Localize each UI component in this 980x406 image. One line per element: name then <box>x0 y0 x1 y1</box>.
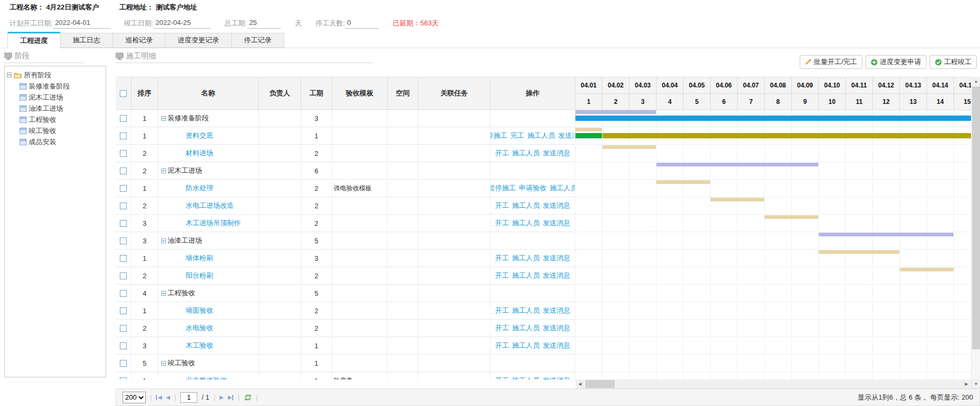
operation-link[interactable]: 发送消息 <box>543 271 571 280</box>
scroll-left-arrow-icon[interactable]: ◀ <box>575 379 584 389</box>
task-name-link[interactable]: 木工进场吊顶制作 <box>186 218 241 228</box>
row-checkbox[interactable] <box>120 115 127 122</box>
operation-link[interactable]: 发送消息 <box>543 148 571 158</box>
row-checkbox[interactable] <box>120 290 127 297</box>
task-name-link[interactable]: 防水处理 <box>186 183 213 193</box>
operation-link[interactable]: 施工人员 <box>512 271 540 280</box>
grid-icon <box>20 128 27 134</box>
total-duration-field[interactable]: 25 <box>247 17 281 29</box>
row-checkbox[interactable] <box>120 133 127 139</box>
last-page-button[interactable]: ▶ <box>228 394 234 400</box>
operation-link[interactable]: 开工 <box>495 323 509 333</box>
tree-root-all-stages[interactable]: 所有阶段 <box>7 69 103 81</box>
tree-item-1[interactable]: 装修准备阶段 <box>7 81 103 92</box>
row-checkbox[interactable] <box>120 150 127 157</box>
operation-link[interactable]: 开工 <box>495 148 509 158</box>
operation-link[interactable]: 施工人员 <box>512 376 540 379</box>
tab-4[interactable]: 进度变更记录 <box>165 33 232 48</box>
operation-link[interactable]: 施工人员 <box>512 148 540 158</box>
operation-link[interactable]: 发送消息 <box>543 253 571 263</box>
gantt-row <box>575 285 971 302</box>
vertical-scrollbar[interactable]: ▲ ▼ <box>971 77 980 389</box>
task-name-link[interactable]: 墙面验收 <box>186 306 213 315</box>
tree-item-4[interactable]: 工程验收 <box>7 114 103 125</box>
operation-link[interactable]: 暂停施工 <box>491 131 508 140</box>
tree-item-5[interactable]: 竣工验收 <box>7 125 103 136</box>
row-checkbox[interactable] <box>120 255 127 262</box>
operation-link[interactable]: 开工 <box>495 341 509 350</box>
task-name-link[interactable]: 材料进场 <box>186 148 213 158</box>
operation-link[interactable]: 发送消息 <box>543 201 571 210</box>
operation-link[interactable]: 开工 <box>495 218 509 228</box>
stop-days-field[interactable]: 0 <box>345 17 379 29</box>
row-checkbox[interactable] <box>120 220 127 227</box>
operation-link[interactable]: 完工 <box>511 131 524 140</box>
next-page-button[interactable]: ▶ <box>220 394 224 400</box>
scroll-right-arrow-icon[interactable]: ▶ <box>962 379 971 389</box>
refresh-icon[interactable] <box>244 394 252 401</box>
row-checkbox[interactable] <box>120 360 127 367</box>
tree-item-3[interactable]: 油漆工进场 <box>7 103 103 114</box>
batch-start-finish-button[interactable]: 批量开工/完工 <box>800 55 862 69</box>
tree-item-2[interactable]: 泥木工进场 <box>7 92 103 103</box>
scroll-down-arrow-icon[interactable]: ▼ <box>972 379 980 389</box>
prev-page-button[interactable]: ◀ <box>166 394 170 400</box>
task-name-link[interactable]: 水电工进场改造 <box>186 201 234 210</box>
row-checkbox[interactable] <box>120 342 127 349</box>
row-owner-cell <box>259 110 301 127</box>
operation-link[interactable]: 发送消息 <box>558 131 576 140</box>
horizontal-scrollbar-thumb[interactable] <box>585 380 615 388</box>
operation-link[interactable]: 发送消息 <box>543 376 571 379</box>
tab-3[interactable]: 巡检记录 <box>113 33 165 48</box>
row-name-cell: 墙体粉刷 <box>158 250 259 267</box>
operation-link[interactable]: 开工 <box>495 271 509 280</box>
row-checkbox[interactable] <box>120 202 127 209</box>
row-checkbox[interactable] <box>120 377 127 380</box>
operation-link[interactable]: 施工人员 <box>550 183 576 193</box>
operation-link[interactable]: 发送消息 <box>543 218 571 228</box>
page-number-input[interactable] <box>180 392 197 403</box>
task-name-link[interactable]: 木工验收 <box>186 341 213 350</box>
finish-date-field[interactable]: 2022-04-25 <box>153 17 211 29</box>
horizontal-scrollbar[interactable]: ◀ ▶ <box>575 379 971 389</box>
operation-link[interactable]: 施工人员 <box>528 131 555 140</box>
task-name-link[interactable]: 业主整体验收 <box>186 376 227 379</box>
progress-change-button[interactable]: 进度变更申请 <box>865 55 926 69</box>
tab-2[interactable]: 施工日志 <box>60 33 113 48</box>
scroll-up-arrow-icon[interactable]: ▲ <box>972 77 980 86</box>
row-checkbox[interactable] <box>120 167 127 174</box>
operation-link[interactable]: 开工 <box>495 253 509 263</box>
project-complete-button[interactable]: 工程竣工 <box>930 55 977 69</box>
operation-link[interactable]: 开工 <box>495 201 509 210</box>
operation-link[interactable]: 开工 <box>495 376 509 379</box>
first-page-button[interactable]: ◀ <box>156 394 162 400</box>
task-name-link[interactable]: 资料交底 <box>186 131 213 140</box>
row-checkbox[interactable] <box>120 325 127 332</box>
operation-link[interactable]: 施工人员 <box>512 253 540 263</box>
operation-link[interactable]: 施工人员 <box>512 306 540 315</box>
operation-link[interactable]: 发送消息 <box>543 306 571 315</box>
plan-start-field[interactable]: 2022-04-01 <box>53 17 110 29</box>
task-name-link[interactable]: 墙体粉刷 <box>186 253 213 263</box>
row-checkbox[interactable] <box>120 237 127 244</box>
row-checkbox[interactable] <box>120 272 127 279</box>
operation-link[interactable]: 申请验收 <box>519 183 547 193</box>
tab-1[interactable]: 工程进度 <box>7 32 60 48</box>
operation-link[interactable]: 开工 <box>495 306 509 315</box>
task-name-link[interactable]: 阳台粉刷 <box>186 271 213 280</box>
tree-item-6[interactable]: 成品安装 <box>7 136 103 147</box>
operation-link[interactable]: 暂停施工 <box>491 183 516 193</box>
operation-link[interactable]: 施工人员 <box>512 218 540 228</box>
task-name-link[interactable]: 水电验收 <box>186 323 213 333</box>
vertical-scrollbar-thumb[interactable] <box>972 86 980 349</box>
operation-link[interactable]: 施工人员 <box>512 341 540 350</box>
operation-link[interactable]: 施工人员 <box>512 201 540 210</box>
row-checkbox[interactable] <box>120 307 127 314</box>
tab-5[interactable]: 停工记录 <box>232 33 284 48</box>
operation-link[interactable]: 发送消息 <box>543 341 571 350</box>
page-size-select[interactable]: 200 <box>122 392 146 403</box>
operation-link[interactable]: 施工人员 <box>512 323 540 333</box>
select-all-checkbox[interactable] <box>120 90 127 97</box>
row-checkbox[interactable] <box>120 185 127 192</box>
operation-link[interactable]: 发送消息 <box>543 323 571 333</box>
